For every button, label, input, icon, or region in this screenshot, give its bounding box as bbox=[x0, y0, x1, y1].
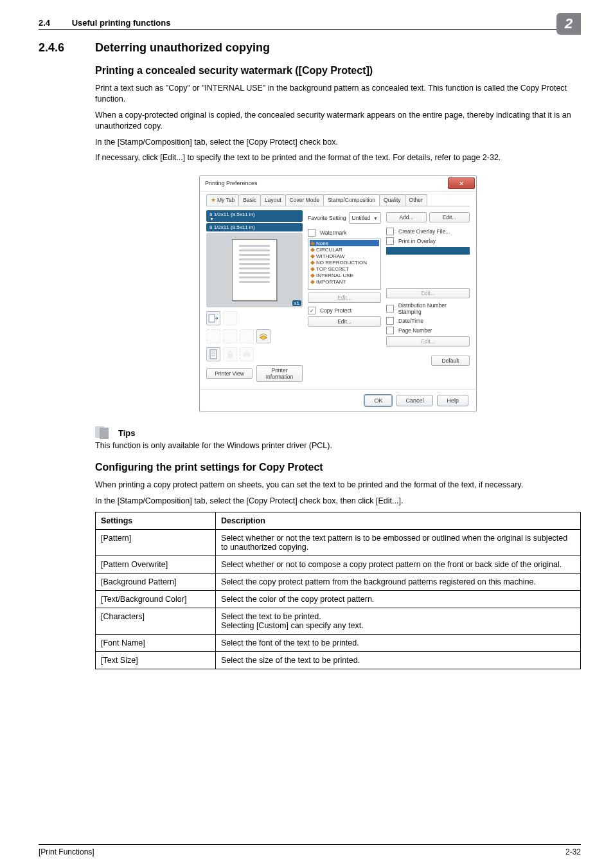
create-overlay-checkbox[interactable] bbox=[386, 228, 394, 235]
watermark-listbox[interactable]: ◆None ◆CIRCULAR ◆WITHDRAW ◆NO REPRODUCTI… bbox=[308, 239, 381, 290]
print-overlay-checkbox[interactable] bbox=[386, 237, 394, 245]
help-button[interactable]: Help bbox=[437, 395, 468, 406]
table-head-row: Settings Description bbox=[96, 512, 581, 529]
stack-icon[interactable] bbox=[256, 329, 271, 343]
table-val: Select the copy protect pattern from the… bbox=[216, 573, 581, 590]
disabled-icon-1 bbox=[223, 311, 237, 325]
chevron-down-icon: ▼ bbox=[373, 216, 378, 221]
favorite-setting-label: Favorite Setting bbox=[308, 215, 346, 221]
copy-protect-label: Copy Protect bbox=[320, 307, 351, 314]
dialog-footer: OK Cancel Help bbox=[200, 389, 476, 411]
chapter-chip: 2 bbox=[556, 13, 581, 35]
table-row: [Background Pattern] Select the copy pro… bbox=[96, 573, 581, 590]
star-icon: ★ bbox=[211, 197, 216, 203]
table-row: [Pattern Overwrite] Select whether or no… bbox=[96, 556, 581, 573]
watermark-edit-button[interactable]: Edit... bbox=[308, 293, 381, 303]
table-val: Select whether or not to compose a copy … bbox=[216, 556, 581, 573]
numbering-edit-button[interactable]: Edit... bbox=[386, 336, 470, 347]
tab-layout[interactable]: Layout bbox=[260, 194, 286, 206]
list-item: ◆WITHDRAW bbox=[310, 253, 379, 259]
footer-right: 2-32 bbox=[565, 847, 581, 856]
page-footer: [Print Functions] 2-32 bbox=[39, 844, 581, 856]
cancel-button[interactable]: Cancel bbox=[396, 395, 433, 406]
favorite-setting-combo[interactable]: Untitled ▼ bbox=[349, 212, 381, 224]
header-title: Useful printing functions bbox=[72, 18, 171, 28]
table-val: Select the color of the copy protect pat… bbox=[216, 590, 581, 608]
dialog-title: Printing Preferences bbox=[205, 180, 448, 186]
heading-2: 2.4.6 Deterring unauthorized copying bbox=[39, 41, 581, 55]
table-head-settings: Settings bbox=[96, 512, 216, 529]
disabled-icon-2 bbox=[206, 329, 220, 343]
document-icon[interactable] bbox=[206, 347, 220, 361]
list-item: ◆CIRCULAR bbox=[310, 246, 379, 253]
table-val: Select the font of the text to be printe… bbox=[216, 634, 581, 651]
copy-protect-checkbox[interactable]: ✓ bbox=[308, 307, 315, 314]
header-section-number: 2.4 bbox=[39, 18, 69, 28]
tab-cover-mode[interactable]: Cover Mode bbox=[285, 194, 324, 206]
dialog-titlebar: Printing Preferences ✕ bbox=[200, 176, 476, 192]
paper-size-band-top: 8 1/2x11 (8.5x11 in) ▼ bbox=[206, 210, 303, 222]
fav-add-button[interactable]: Add... bbox=[386, 212, 427, 222]
list-item: ◆NO REPRODUCTION bbox=[310, 259, 379, 266]
create-overlay-label: Create Overlay File... bbox=[398, 228, 450, 235]
table-key: [Background Pattern] bbox=[96, 573, 216, 590]
svg-rect-0 bbox=[209, 314, 215, 322]
tab-other[interactable]: Other bbox=[405, 194, 427, 206]
dialog-middle-column: Favorite Setting Untitled ▼ Watermark bbox=[308, 210, 381, 384]
svg-rect-2 bbox=[211, 352, 215, 352]
table-row: [Characters] Select the text to be print… bbox=[96, 608, 581, 634]
list-item: ◆INTERNAL USE bbox=[310, 272, 379, 278]
default-button[interactable]: Default bbox=[431, 356, 470, 366]
fav-edit-button[interactable]: Edit... bbox=[429, 212, 470, 222]
print-overlay-label: Print in Overlay bbox=[398, 238, 436, 244]
disabled-icon-3 bbox=[223, 329, 237, 343]
preview-sheet bbox=[232, 239, 277, 301]
printer-view-button[interactable]: Printer View bbox=[206, 368, 253, 379]
page-number-checkbox[interactable] bbox=[386, 327, 394, 334]
watermark-checkbox[interactable] bbox=[308, 229, 315, 237]
tips-block: Tips bbox=[95, 426, 581, 439]
table-key: [Characters] bbox=[96, 608, 216, 634]
distribution-stamping-label: Distribution Number Stamping bbox=[398, 302, 470, 315]
header-rule bbox=[39, 29, 581, 30]
section2-p1: When printing a copy protect pattern on … bbox=[95, 480, 581, 491]
heading-2-title: Deterring unauthorized copying bbox=[95, 41, 270, 55]
copy-protect-edit-button[interactable]: Edit... bbox=[308, 316, 381, 327]
date-time-checkbox[interactable] bbox=[386, 317, 394, 325]
svg-rect-7 bbox=[245, 350, 249, 353]
table-head-description: Description bbox=[216, 512, 581, 529]
overlay-edit-button[interactable]: Edit... bbox=[386, 288, 470, 298]
tab-my-tab[interactable]: ★My Tab bbox=[206, 194, 239, 206]
dialog-tabs: ★My Tab Basic Layout Cover Mode Stamp/Co… bbox=[206, 194, 470, 206]
distribution-stamping-checkbox[interactable] bbox=[386, 305, 394, 312]
page-preview: x1 bbox=[206, 233, 303, 307]
tab-basic[interactable]: Basic bbox=[238, 194, 261, 206]
tab-stamp-composition[interactable]: Stamp/Composition bbox=[323, 194, 380, 206]
tips-text: This function is only available for the … bbox=[95, 440, 581, 451]
svg-rect-6 bbox=[243, 353, 251, 357]
page-number-label: Page Number bbox=[398, 327, 432, 334]
table-key: [Pattern] bbox=[96, 529, 216, 556]
orientation-icon[interactable] bbox=[206, 311, 220, 325]
table-key: [Pattern Overwrite] bbox=[96, 556, 216, 573]
header-left: 2.4 Useful printing functions bbox=[39, 18, 170, 28]
printer-information-button[interactable]: Printer Information bbox=[256, 365, 303, 382]
section1-p2: When a copy-protected original is copied… bbox=[95, 110, 581, 132]
table-key: [Text/Background Color] bbox=[96, 590, 216, 608]
section1-p3: In the [Stamp/Composition] tab, select t… bbox=[95, 137, 581, 148]
table-row: [Pattern] Select whether or not the text… bbox=[96, 529, 581, 556]
section1-p4: If necessary, click [Edit...] to specify… bbox=[95, 152, 581, 163]
table-val: Select whether or not the text pattern i… bbox=[216, 529, 581, 556]
svg-rect-4 bbox=[211, 356, 215, 356]
table-key: [Text Size] bbox=[96, 651, 216, 669]
tips-label: Tips bbox=[118, 428, 136, 438]
section1-p1: Print a text such as "Copy" or "INTERNAL… bbox=[95, 83, 581, 105]
table-row: [Font Name] Select the font of the text … bbox=[96, 634, 581, 651]
table-val: Select the text to be printed. Selecting… bbox=[216, 608, 581, 634]
ok-button[interactable]: OK bbox=[364, 395, 392, 406]
zoom-badge: x1 bbox=[292, 300, 301, 306]
tab-quality[interactable]: Quality bbox=[379, 194, 405, 206]
heading-3b: Configuring the print settings for Copy … bbox=[95, 462, 581, 473]
list-item: ◆TOP SECRET bbox=[310, 266, 379, 272]
close-icon[interactable]: ✕ bbox=[448, 177, 475, 189]
